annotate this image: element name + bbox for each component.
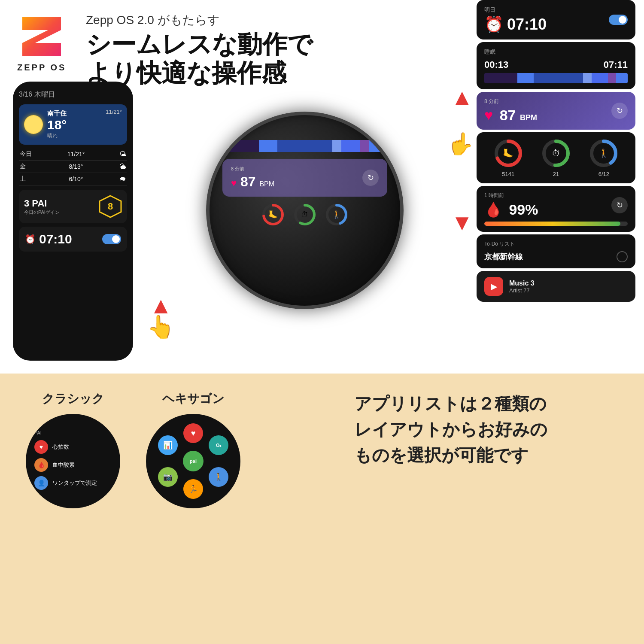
bottom-description: アプリリストは２種類のレイアウトからお好みのものを選択が可能です [354,391,547,468]
alarm-toggle[interactable] [102,234,121,244]
watch-crown [401,200,404,221]
forecast-row-fri: 金 8/13° 🌥 [19,161,127,173]
classic-row-measure: 👤 ワンタップで測定 [34,474,112,492]
forecast-day: 今日 [20,150,33,158]
forecast-rows: 今日 11/21° 🌤 金 8/13° 🌥 土 6/10° 🌧 [19,148,127,185]
r-heart-refresh[interactable]: ↻ [611,103,628,119]
classic-heart-icon: ♥ [34,440,48,454]
r-spo2-top: 1 時間前 🩸 99% ↻ [484,192,628,218]
r-alarm-card: 明日 ⏰ 07:10 [477,0,635,39]
r-alarm-label: 明日 [484,6,547,14]
watch-refresh-button[interactable]: ↻ [362,170,379,186]
sleep-bar-seg1 [484,73,517,83]
r-alarm-time: ⏰ 07:10 [484,15,547,33]
classic-pai-top: PAI [34,430,42,435]
top-section: ZEPP OS Zepp OS 2.0 がもたらす シームレスな動作でより快適な… [0,0,644,374]
r-sleep-end: 07:11 [604,59,628,70]
sleep-bar-visual [222,140,387,152]
watch-body: .13 07. 8 分前 [206,112,404,309]
arrow-down-icon: ▼ [451,211,473,234]
forecast-icon-sun: 🌤 [119,150,126,158]
forecast-day-sat: 土 [20,175,33,183]
r-activity-card: 🦶 5141 ⏱ 21 [477,132,635,183]
r-spo2-bar [484,222,628,226]
active-icon: ⏱ [301,210,309,219]
hex-bottomleft-icon: 📷 [158,467,178,487]
r-todo-row: 京都新幹線 [484,251,628,262]
r-spo2-icon: 🩸 [484,201,502,218]
classic-blood-label: 血中酸素 [52,461,75,469]
r-ring-walk: 🚶 [589,138,619,168]
r-heart-unit: BPM [520,113,537,122]
classic-row-blood: 🩸 血中酸素 [34,456,112,474]
sleep-bar-seg5 [592,73,608,83]
steps-icon: 🦶 [268,210,278,219]
r-music-artist: Artist 77 [509,287,535,294]
r-music-play-button[interactable]: ▶ [484,277,503,296]
r-music-card: ▶ Music 3 Artist 77 [477,271,635,302]
r-heart-val: ♥ 87 BPM [484,107,537,124]
forecast-icon-rain: 🌧 [119,175,126,183]
r-ring-active: ⏱ [541,138,571,168]
watch-heart-unit: BPM [259,180,274,188]
r-sleep-row: 00:13 07:11 [484,59,628,70]
hex-label: ヘキサゴン [162,391,225,407]
r-heart-info: 8 分前 ♥ 87 BPM [484,98,537,124]
arrows-area: ▲ ▼ [451,86,473,234]
pai-number: 8 [108,201,113,212]
hex-center-icon: pai [183,451,204,471]
sleep-seg-blue1 [259,140,277,152]
r-sleep-bar [484,73,628,83]
r-sleep-start: 00:13 [484,59,508,70]
r-spo2-card: 1 時間前 🩸 99% ↻ [477,186,635,232]
watch-sleep-row: .13 07. [222,132,387,138]
bottom-section: クラシック PAI ♥ 心拍数 🩸 血中酸素 👤 ワンタップで測定 ヘキサゴン [0,374,644,644]
r-steps-ring-svg [493,138,523,168]
forecast-icon-cloud: 🌥 [119,163,126,170]
watch-heart-val: ♥ 87 BPM [231,174,274,190]
r-music-info: Music 3 Artist 77 [509,279,535,294]
r-active-val: 21 [553,171,559,177]
pai-hexagon: 8 [99,195,122,218]
sleep-seg-blue2 [277,140,332,152]
sleep-seg-strip [332,140,341,152]
right-panel: 明日 ⏰ 07:10 睡眠 00:13 07:11 [477,0,635,374]
r-alarm-toggle[interactable] [609,15,628,25]
r-spo2-refresh[interactable]: ↻ [611,197,628,213]
classic-measure-icon: 👤 [34,476,48,490]
r-todo-checkbox[interactable] [617,251,628,262]
left-phone-panel: 3/16 木曜日 南千住 18° 晴れ 11/21° 今日 11/21° 🌤 金… [13,82,133,361]
classic-layout-item: クラシック PAI ♥ 心拍数 🩸 血中酸素 👤 ワンタップで測定 [26,391,120,508]
watch-ring-active: ⏱ [293,203,317,227]
sleep-seg-dark [222,140,259,152]
sun-icon [24,115,43,134]
forecast-temp: 11/21° [67,151,85,158]
hex-icons-container: pai ♥ O₂ 🚶 🏃 📷 📊 [155,422,232,500]
bottom-text-area: アプリリストは２種類のレイアウトからお好みのものを選択が可能です [266,391,618,468]
r-active-ring-svg [541,138,571,168]
hex-top-icon: ♥ [183,423,203,443]
walk-icon: 🚶 [332,210,341,219]
watch-sleep-start: .13 [222,132,230,138]
header-subtitle: Zepp OS 2.0 がもたらす [86,12,464,28]
watch-ring-walk: 🚶 [325,203,349,227]
r-heart-icon: ♥ [484,107,493,123]
sleep-bar-seg7 [616,73,628,83]
sleep-bar-seg4 [583,73,591,83]
svg-marker-0 [22,17,61,56]
r-todo-card: To-Do リスト 京都新幹線 [477,234,635,268]
hex-topleft-icon: 📊 [158,435,178,455]
pai-card: 3 PAI 今日のPAIゲイン 8 [19,190,127,223]
alarm-time: 07:10 [39,232,72,246]
hex-topright-icon: O₂ [209,435,228,455]
alarm-bell-icon: ⏰ [484,15,504,33]
r-alarm-info: 明日 ⏰ 07:10 [484,6,547,33]
r-ring-walk-item: 🚶 6/12 [589,138,619,177]
hex-watch: pai ♥ O₂ 🚶 🏃 📷 📊 [146,414,240,508]
r-ring-steps: 🦶 [493,138,523,168]
r-sleep-card: 睡眠 00:13 07:11 [477,42,635,89]
r-ring-active-item: ⏱ 21 [541,138,571,177]
arrow-up-icon: ▲ [451,86,473,108]
sleep-seg-strip2 [341,140,360,152]
watch-ring-steps: 🦶 [261,203,285,227]
